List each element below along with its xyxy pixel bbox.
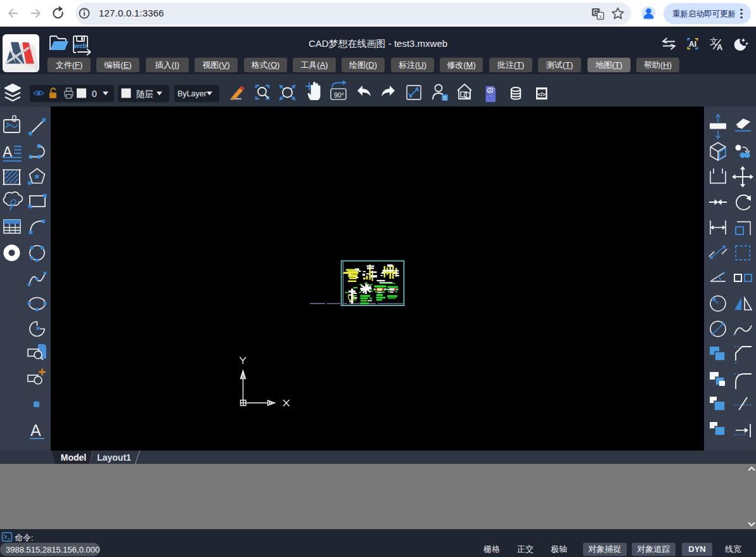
svg-text:3988.515,2815.156,0.000: 3988.515,2815.156,0.000 bbox=[6, 545, 99, 554]
svg-text:Layout1: Layout1 bbox=[97, 452, 131, 463]
svg-text:CAD: CAD bbox=[486, 94, 494, 98]
svg-text:栅格: 栅格 bbox=[484, 544, 500, 554]
svg-text:对象追踪: 对象追踪 bbox=[637, 544, 670, 554]
svg-text:web: web bbox=[74, 42, 87, 49]
svg-text:对象捕捉: 对象捕捉 bbox=[588, 544, 622, 554]
svg-text:重新启动即可更新: 重新启动即可更新 bbox=[672, 10, 736, 18]
svg-text:A: A bbox=[30, 421, 41, 439]
svg-text:线宽: 线宽 bbox=[725, 544, 741, 554]
svg-text:0: 0 bbox=[92, 89, 97, 99]
svg-text:极轴: 极轴 bbox=[551, 544, 567, 554]
svg-text:ByLayer: ByLayer bbox=[177, 89, 207, 98]
svg-text:Model: Model bbox=[61, 452, 86, 463]
svg-text:DYN: DYN bbox=[688, 544, 705, 554]
svg-text:命令:: 命令: bbox=[15, 533, 34, 542]
svg-text:正交: 正交 bbox=[517, 544, 534, 554]
svg-text:随层: 随层 bbox=[136, 89, 153, 99]
svg-text:x: x bbox=[599, 13, 602, 20]
svg-text:AI: AI bbox=[689, 40, 696, 49]
svg-text:</>: </> bbox=[538, 91, 546, 98]
svg-text:90°: 90° bbox=[334, 91, 344, 99]
